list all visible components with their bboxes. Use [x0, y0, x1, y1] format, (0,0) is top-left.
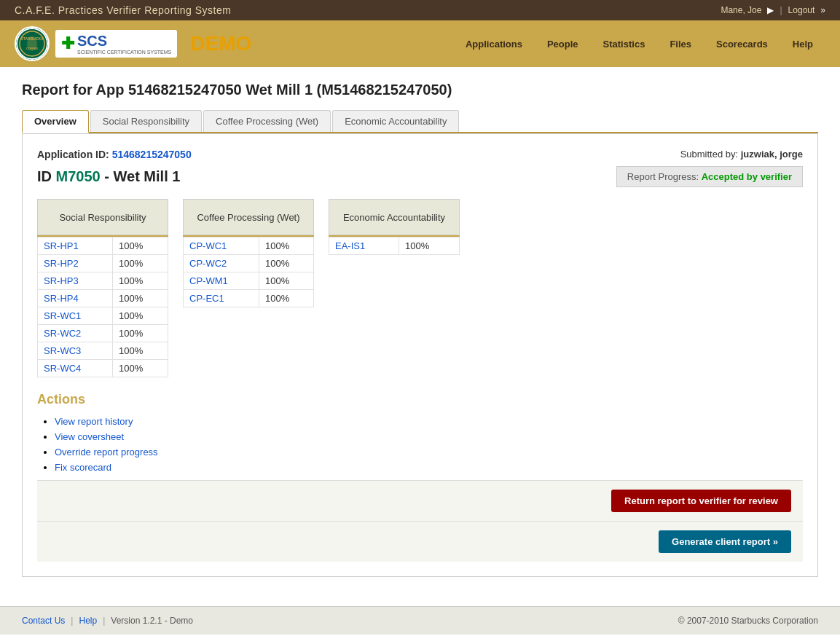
progress-label: Report Progress: — [627, 171, 699, 182]
main-content: Report for App 51468215247050 Wet Mill 1… — [0, 67, 840, 592]
logo-area: STARBUCKS COFFEE ✚ SCS SCIENTIFIC CERTIF… — [15, 26, 251, 61]
return-to-verifier-button[interactable]: Return report to verifier for review — [611, 490, 791, 512]
nav-applications[interactable]: Applications — [453, 32, 535, 55]
tab-overview[interactable]: Overview — [22, 110, 89, 133]
footer-sep-2: | — [103, 616, 105, 626]
cp-ec1-value: 100% — [259, 290, 314, 307]
sr-hp3-value: 100% — [113, 272, 168, 290]
table-row: SR-WC1 100% — [38, 307, 168, 325]
report-card: Application ID: 51468215247050 Submitted… — [22, 133, 818, 577]
logout-link[interactable]: Logout — [788, 5, 815, 15]
contact-us-link[interactable]: Contact Us — [22, 616, 65, 626]
coffee-processing-table: CP-WC1 100% CP-WC2 100% CP-WM1 100% CP-E… — [183, 237, 314, 307]
actions-list: View report history View coversheet Over… — [37, 416, 803, 473]
table-row: SR-HP1 100% — [38, 237, 168, 255]
sr-wc3-link[interactable]: SR-WC3 — [44, 345, 81, 356]
actions-title: Actions — [37, 392, 803, 407]
sr-wc2-link[interactable]: SR-WC2 — [44, 328, 81, 339]
sr-hp2-value: 100% — [113, 255, 168, 272]
site-title: C.A.F.E. Practices Verifier Reporting Sy… — [15, 4, 231, 16]
table-row: SR-HP2 100% — [38, 255, 168, 272]
social-responsibility-section: Social Responsibility SR-HP1 100% SR-HP2… — [37, 199, 168, 377]
footer: Contact Us | Help | Version 1.2.1 - Demo… — [0, 606, 840, 635]
app-id-value[interactable]: 51468215247050 — [112, 149, 192, 160]
nav-files[interactable]: Files — [657, 32, 704, 55]
report-id: ID M7050 - Wet Mill 1 — [37, 168, 180, 185]
cp-ec1-link[interactable]: CP-EC1 — [189, 293, 224, 304]
footer-links: Contact Us | Help | Version 1.2.1 - Demo — [22, 616, 193, 626]
score-sections: Social Responsibility SR-HP1 100% SR-HP2… — [37, 199, 803, 377]
fix-scorecard-link[interactable]: Fix scorecard — [55, 462, 111, 473]
submitted-by: Submitted by: juzwiak, jorge — [680, 149, 803, 160]
table-row: SR-WC3 100% — [38, 342, 168, 360]
application-id-row: Application ID: 51468215247050 — [37, 149, 192, 160]
economic-accountability-header: Economic Accountability — [329, 199, 460, 235]
progress-value: Accepted by verifier — [702, 171, 792, 182]
help-link[interactable]: Help — [79, 616, 97, 626]
separator: | — [780, 5, 782, 15]
table-row: SR-WC4 100% — [38, 360, 168, 377]
table-row: EA-IS1 100% — [329, 237, 460, 255]
nav-people[interactable]: People — [535, 32, 591, 55]
submitted-by-label: Submitted by: — [680, 149, 739, 160]
page-title: Report for App 51468215247050 Wet Mill 1… — [22, 82, 818, 98]
list-item: Override report progress — [55, 447, 803, 458]
scs-cross-icon: ✚ — [61, 34, 74, 53]
tab-coffee-processing[interactable]: Coffee Processing (Wet) — [203, 110, 331, 132]
table-row: CP-WC2 100% — [184, 255, 314, 272]
button-area-1: Return report to verifier for review — [37, 480, 803, 521]
demo-label: DEMO — [190, 32, 251, 55]
version-text: Version 1.2.1 - Demo — [111, 616, 193, 626]
table-row: CP-WC1 100% — [184, 237, 314, 255]
scs-logo: ✚ SCS SCIENTIFIC CERTIFICATION SYSTEMS — [55, 30, 177, 58]
list-item: Fix scorecard — [55, 462, 803, 473]
list-item: View coversheet — [55, 431, 803, 442]
ea-is1-link[interactable]: EA-IS1 — [335, 240, 365, 251]
view-report-history-link[interactable]: View report history — [55, 416, 133, 427]
user-name-link[interactable]: Mane, Joe — [721, 5, 761, 15]
view-coversheet-link[interactable]: View coversheet — [55, 431, 124, 442]
sr-hp4-link[interactable]: SR-HP4 — [44, 293, 79, 304]
sr-wc1-link[interactable]: SR-WC1 — [44, 310, 81, 321]
starbucks-logo: STARBUCKS COFFEE — [15, 26, 50, 61]
nav-statistics[interactable]: Statistics — [591, 32, 658, 55]
generate-client-report-button[interactable]: Generate client report » — [659, 530, 791, 553]
id-number: M7050 — [56, 168, 101, 184]
coffee-processing-section: Coffee Processing (Wet) CP-WC1 100% CP-W… — [183, 199, 314, 377]
table-row: SR-HP4 100% — [38, 290, 168, 307]
report-header: Application ID: 51468215247050 Submitted… — [37, 149, 803, 160]
user-area: Mane, Joe ▶ | Logout » — [721, 5, 825, 15]
nav-help[interactable]: Help — [780, 32, 825, 55]
copyright: © 2007-2010 Starbucks Corporation — [678, 616, 818, 626]
button-area-2: Generate client report » — [37, 521, 803, 562]
tab-bar: Overview Social Responsibility Coffee Pr… — [22, 110, 818, 133]
sr-wc4-link[interactable]: SR-WC4 — [44, 363, 81, 374]
cp-wm1-value: 100% — [259, 272, 314, 290]
sr-wc4-value: 100% — [113, 360, 168, 377]
scs-text: SCS — [77, 33, 107, 49]
id-suffix: - Wet Mill 1 — [104, 168, 180, 184]
top-bar: C.A.F.E. Practices Verifier Reporting Sy… — [0, 0, 840, 20]
override-report-progress-link[interactable]: Override report progress — [55, 447, 158, 458]
main-nav: Applications People Statistics Files Sco… — [453, 32, 825, 55]
tab-economic-accountability[interactable]: Economic Accountability — [332, 110, 459, 132]
table-row: SR-HP3 100% — [38, 272, 168, 290]
sr-wc1-value: 100% — [113, 307, 168, 325]
submitted-by-value: juzwiak, jorge — [741, 149, 803, 160]
economic-accountability-table: EA-IS1 100% — [329, 237, 460, 255]
social-responsibility-header: Social Responsibility — [37, 199, 168, 235]
cp-wc1-link[interactable]: CP-WC1 — [189, 240, 227, 251]
report-id-row: ID M7050 - Wet Mill 1 Report Progress: A… — [37, 166, 803, 187]
footer-sep-1: | — [71, 616, 73, 626]
cp-wc2-link[interactable]: CP-WC2 — [189, 258, 227, 269]
cp-wm1-link[interactable]: CP-WM1 — [189, 275, 228, 286]
cp-wc1-value: 100% — [259, 237, 314, 255]
tab-social-responsibility[interactable]: Social Responsibility — [90, 110, 202, 132]
sr-hp2-link[interactable]: SR-HP2 — [44, 258, 79, 269]
sr-hp1-link[interactable]: SR-HP1 — [44, 240, 79, 251]
progress-badge: Report Progress: Accepted by verifier — [616, 166, 803, 187]
social-responsibility-table: SR-HP1 100% SR-HP2 100% SR-HP3 100% SR-H… — [37, 237, 168, 377]
nav-scorecards[interactable]: Scorecards — [704, 32, 780, 55]
id-prefix: ID — [37, 168, 52, 184]
sr-hp3-link[interactable]: SR-HP3 — [44, 275, 79, 286]
